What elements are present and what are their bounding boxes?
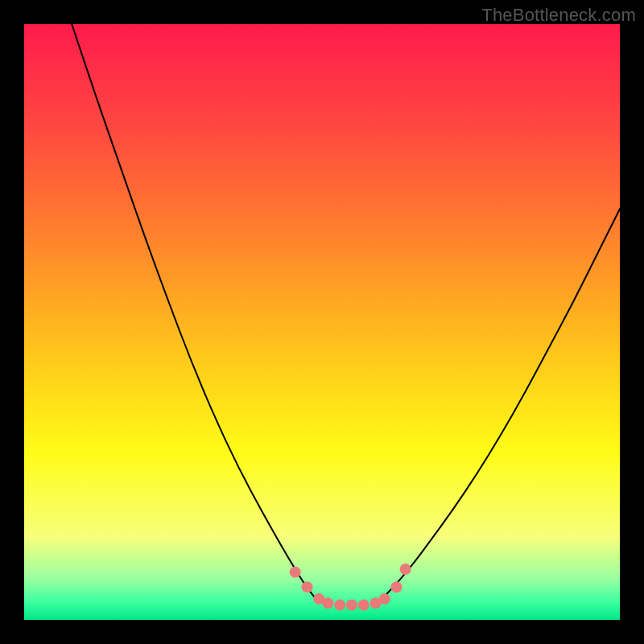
valley-marker xyxy=(358,600,369,611)
valley-marker xyxy=(346,600,357,611)
watermark-text: TheBottleneck.com xyxy=(481,5,636,26)
valley-marker xyxy=(400,564,411,575)
plot-area xyxy=(24,24,620,620)
valley-marker xyxy=(391,581,402,592)
gradient-background xyxy=(24,24,620,620)
chart-svg xyxy=(24,24,620,620)
chart-frame: TheBottleneck.com xyxy=(0,0,644,644)
valley-marker xyxy=(322,597,333,609)
valley-marker xyxy=(290,567,301,578)
valley-marker xyxy=(379,593,390,605)
valley-marker xyxy=(334,600,345,611)
valley-marker xyxy=(302,581,313,592)
